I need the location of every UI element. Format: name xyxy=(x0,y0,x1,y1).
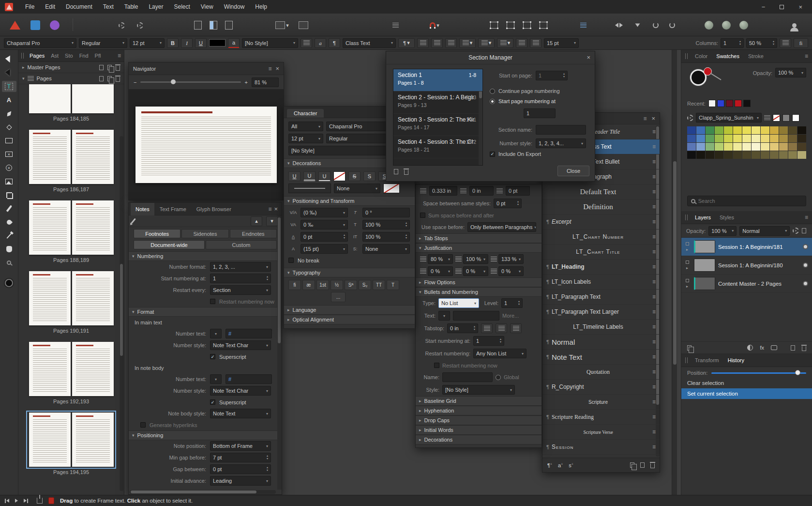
note-number-style-dropdown[interactable]: Note Text Char▾ xyxy=(210,386,271,396)
palette-swatch[interactable] xyxy=(788,135,797,142)
duplicate-layer-icon[interactable] xyxy=(687,345,692,351)
chevron-down-icon[interactable]: ▾ xyxy=(287,161,290,166)
preflight-status-icon[interactable] xyxy=(48,497,54,504)
go-first-page-button[interactable] xyxy=(5,499,9,503)
numbered-list-button[interactable] xyxy=(530,38,541,48)
start-numbering-radio[interactable] xyxy=(490,99,495,104)
ligatures-button[interactable]: fi xyxy=(794,38,808,48)
palette-swatch[interactable] xyxy=(779,126,788,134)
include-on-export-checkbox[interactable]: ✓ xyxy=(490,152,495,157)
stepper-arrows[interactable]: ▴▾ xyxy=(267,466,268,472)
history-item[interactable]: Clear selection xyxy=(681,378,812,388)
justification-dropdown[interactable]: 0 %▾ xyxy=(498,266,524,276)
same-styles-stepper[interactable]: 0 pt▴▾ xyxy=(494,199,522,208)
style-menu-icon[interactable]: ≡ xyxy=(652,218,656,225)
pages-scrollbar[interactable] xyxy=(120,136,123,491)
add-layer-icon[interactable] xyxy=(791,345,795,351)
gap-between-stepper[interactable]: 0 pt▴▾ xyxy=(210,464,271,474)
chevron-right-icon[interactable]: ▸ xyxy=(287,317,290,322)
bold-button[interactable]: B xyxy=(167,38,179,48)
stroke-style-dropdown[interactable]: None▾ xyxy=(334,184,380,193)
palette-swatch[interactable] xyxy=(797,151,806,159)
snapping-magnet-button[interactable]: ▾ xyxy=(424,18,445,32)
tab-fields[interactable]: Fnd xyxy=(76,50,91,62)
menu-item[interactable]: Help xyxy=(250,0,272,14)
style-menu-icon[interactable]: ≡ xyxy=(652,399,656,405)
add-section-icon[interactable] xyxy=(394,169,398,174)
spacing-options-dropdown[interactable]: ▾ xyxy=(497,38,513,48)
text-flow-icon[interactable] xyxy=(387,18,404,32)
style-menu-icon[interactable]: ≡ xyxy=(652,203,656,210)
palette-swatch[interactable] xyxy=(715,126,723,134)
palette-swatch[interactable] xyxy=(687,135,696,142)
chevron-down-icon[interactable]: ▾ xyxy=(22,76,25,81)
fill-stroke-selector[interactable] xyxy=(2,277,16,289)
text-style-item[interactable]: ¶ Note Text ≡ xyxy=(542,350,660,365)
initial-advance-dropdown[interactable]: Leading▾ xyxy=(210,476,271,486)
collapsed-section-header[interactable]: ▸Hyphenation xyxy=(416,406,541,415)
stepper-arrows[interactable]: ▴▾ xyxy=(344,234,345,240)
palette-swatch[interactable] xyxy=(706,126,714,134)
panel-menu-icon[interactable]: ≡ xyxy=(643,115,647,122)
vector-crop-tool[interactable] xyxy=(2,189,16,200)
palette-swatch[interactable] xyxy=(724,151,733,159)
note-body-style-dropdown[interactable]: Note Text▾ xyxy=(210,409,271,418)
rectangle-tool[interactable] xyxy=(2,135,16,146)
tabstop-stepper[interactable]: 0 in▴▾ xyxy=(447,323,478,333)
palette-swatch[interactable] xyxy=(733,143,742,151)
layer-checkbox[interactable] xyxy=(686,242,689,245)
layer-checkbox[interactable] xyxy=(686,261,689,264)
minimize-button[interactable]: − xyxy=(762,3,766,11)
left-indent-field[interactable]: 0 in xyxy=(469,186,494,196)
delete-master-icon[interactable] xyxy=(116,66,120,71)
view-hand-tool[interactable] xyxy=(2,244,16,255)
palette-swatch[interactable] xyxy=(752,151,760,159)
photo-persona-icon[interactable] xyxy=(46,18,63,32)
chevron-right-icon[interactable]: ▸ xyxy=(287,307,290,312)
baseline-stepper[interactable]: 0 pt▴▾ xyxy=(301,232,348,242)
underline-double-button[interactable]: U xyxy=(303,171,316,181)
zoom-in-button[interactable]: + xyxy=(245,79,248,85)
note-kind-button[interactable]: Footnotes xyxy=(134,229,180,238)
flip-vertical-button[interactable] xyxy=(629,18,646,32)
palette-swatch[interactable] xyxy=(706,143,714,151)
account-person-icon[interactable] xyxy=(786,18,802,32)
typography-feature-button[interactable]: S₂ xyxy=(359,280,371,290)
close-dialog-icon[interactable]: × xyxy=(586,54,590,61)
typography-feature-button[interactable]: ½ xyxy=(331,280,343,290)
opacity-dropdown[interactable]: 100 %▾ xyxy=(775,68,806,77)
delete-layer-icon[interactable] xyxy=(802,346,806,351)
notes-scrollbar[interactable] xyxy=(277,215,282,490)
recent-swatch[interactable] xyxy=(735,100,742,107)
navigator-preview[interactable] xyxy=(129,90,284,200)
note-number-text-field[interactable]: # xyxy=(226,374,272,384)
menu-item[interactable]: Edit xyxy=(40,0,60,14)
close-panel-icon[interactable]: × xyxy=(275,65,279,72)
layer-expander[interactable]: ▸ xyxy=(683,242,691,252)
style-menu-icon[interactable]: ≡ xyxy=(652,383,656,390)
note-position-dropdown[interactable]: Bottom of Frame▾ xyxy=(210,441,271,451)
font-size-dropdown[interactable]: 12 pt▾ xyxy=(130,38,165,48)
scrollbar-thumb[interactable] xyxy=(278,217,281,343)
none-swatch[interactable] xyxy=(773,114,780,122)
style-menu-icon[interactable]: ≡ xyxy=(652,173,656,180)
text-style-item[interactable]: ¶ Session ≡ xyxy=(542,440,660,455)
text-color-swatch[interactable] xyxy=(209,39,226,46)
menu-item[interactable]: Select xyxy=(168,0,195,14)
shear-field[interactable]: 0 ° xyxy=(362,208,410,217)
palette-swatch[interactable] xyxy=(724,143,733,151)
layer-thumbnail[interactable] xyxy=(694,259,715,272)
update-style-icon[interactable] xyxy=(640,462,645,468)
palette-swatch[interactable] xyxy=(779,151,788,159)
palette-swatch[interactable] xyxy=(779,135,788,142)
delete-style-icon[interactable] xyxy=(650,463,655,468)
panel-menu-icon[interactable]: ≡ xyxy=(805,53,808,60)
style-menu-icon[interactable]: ≡ xyxy=(652,338,656,345)
sum-space-checkbox[interactable] xyxy=(420,213,425,218)
menu-item[interactable]: Layer xyxy=(143,0,168,14)
strikethrough-double-button[interactable]: S xyxy=(363,171,376,181)
palette-swatch[interactable] xyxy=(788,126,797,134)
export-icon[interactable] xyxy=(37,498,43,504)
transform-mode-1-button[interactable] xyxy=(486,18,502,32)
adjustment-icon[interactable] xyxy=(747,345,753,351)
